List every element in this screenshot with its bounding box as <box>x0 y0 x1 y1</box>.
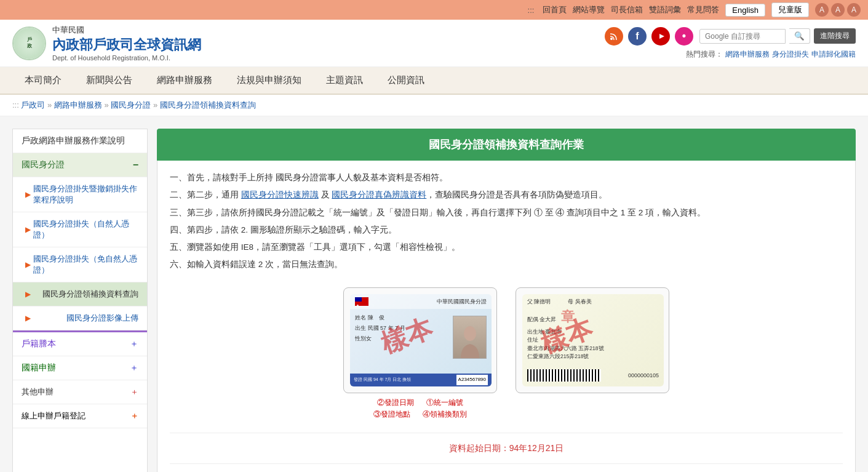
logo-area: 戶政 中華民國 內政部戶政司全球資訊網 Dept. of Household R… <box>12 25 201 62</box>
breadcrumb-item-3[interactable]: 國民身分證 <box>111 100 151 110</box>
back-father: 父 陳德明 <box>527 298 551 306</box>
instruction-2: 二、第二步，通用 國民身分證快速辨識 及 國民身分證真偽辨識資料，查驗國民身分證… <box>170 188 843 202</box>
rss-icon[interactable] <box>605 27 623 46</box>
id-card-front: 中華民國國民身分證 樣本 <box>343 287 497 393</box>
card-bottom-bar: 發證 民國 94 年 7月 日北 換領 A234567890 <box>350 374 492 386</box>
label-issue-place: ③發證地點 <box>373 409 410 420</box>
search-button[interactable]: 🔍 <box>789 28 810 44</box>
youtube-icon[interactable] <box>651 27 670 46</box>
expand-registration-icon: ＋ <box>130 410 138 422</box>
hot-search: 熱門搜尋： 網路申辦服務 身分證掛失 申請歸化國籍 <box>686 49 856 60</box>
logo-icon: 戶政 <box>12 26 46 60</box>
font-size-large-button[interactable]: A <box>815 3 829 17</box>
logo-small-title: 中華民國 <box>52 25 201 36</box>
card-front-labels: ②發證日期 ①統一編號 ③發證地點 ④領補換類別 <box>373 397 467 420</box>
sidebar-sub-lost-natural[interactable]: ▶ 國民身分證掛失（自然人憑證） <box>13 212 147 247</box>
card-front-visual: 中華民國國民身分證 樣本 <box>350 294 492 386</box>
breadcrumb: ::: 戶政司 » 網路申辦服務 » 國民身分證 » 國民身分證領補換資料查詢 <box>0 95 868 116</box>
flickr-icon[interactable]: • <box>675 27 693 46</box>
arrow-icon: ▶ <box>25 190 31 199</box>
id-card-back: 樣本 父 陳德明 母 吳春美 配偶 金大昇 章 出生地 <box>516 287 669 393</box>
sidebar-sub-upload[interactable]: ▶ 國民身分證影像上傳 <box>13 306 147 330</box>
collapse-icon: − <box>133 159 138 170</box>
breadcrumb-item-4[interactable]: 國民身分證領補換資料查詢 <box>160 100 256 110</box>
instruction-3: 三、第三步，請依所持國民身分證記載之「統一編號」及「發證日期」輸入後，再自行選擇… <box>170 206 843 220</box>
nav-item-topics[interactable]: 主題資訊 <box>314 67 375 94</box>
font-size-medium-button[interactable]: A <box>831 3 845 17</box>
hot-link-3[interactable]: 申請歸化國籍 <box>811 49 856 60</box>
sidebar-item-online-registration[interactable]: 線上申辦戶籍登記 ＋ <box>13 404 147 428</box>
sidebar-sub-lost-free[interactable]: ▶ 國民身分證掛失（免自然人憑證） <box>13 247 147 282</box>
arrow-icon-4: ▶ <box>25 290 31 298</box>
expand-nationality-icon: ＋ <box>130 362 138 374</box>
breadcrumb-item-2[interactable]: 網路申辦服務 <box>54 100 102 110</box>
nav-item-open-data[interactable]: 公開資訊 <box>375 67 437 94</box>
search-area: 🔍 進階搜尋 <box>699 28 856 44</box>
hot-link-2[interactable]: 身分證掛失 <box>772 49 809 60</box>
svg-point-0 <box>610 38 613 40</box>
nav-item-regulations[interactable]: 法規與申辦須知 <box>225 67 314 94</box>
top-link-bilingual[interactable]: 雙語詞彙 <box>649 4 681 15</box>
arrow-icon-5: ▶ <box>25 314 31 322</box>
breadcrumb-sep-3: » <box>153 100 160 110</box>
top-link-sitemap[interactable]: 網站導覽 <box>573 4 605 15</box>
font-size-buttons: A A A <box>815 3 861 17</box>
back-barcode <box>527 369 601 382</box>
breadcrumb-separator: ::: <box>12 100 21 110</box>
sidebar: 戶政網路申辦服務作業說明 國民身分證 − ▶ 國民身分證掛失暨撤銷掛失作業程序說… <box>12 129 148 472</box>
arrow-icon-2: ▶ <box>25 225 31 234</box>
english-button[interactable]: English <box>725 4 765 17</box>
back-mother: 母 吳春美 <box>568 298 591 306</box>
header: 戶政 中華民國 內政部戶政司全球資訊網 Dept. of Household R… <box>0 20 868 67</box>
sidebar-item-service-guide[interactable]: 戶政網路申辦服務作業說明 <box>13 129 147 153</box>
hot-link-1[interactable]: 網路申辦服務 <box>725 49 770 60</box>
svg-marker-1 <box>659 34 664 39</box>
nav-item-news[interactable]: 新聞與公告 <box>74 67 145 94</box>
back-barcode-area: 0000000105 <box>527 369 659 382</box>
advanced-search-button[interactable]: 進階搜尋 <box>814 28 856 44</box>
expand-other-icon: ＋ <box>130 386 138 398</box>
breadcrumb-sep-1: » <box>47 100 54 110</box>
instruction-6: 六、如輸入資料錯誤達 2 次，當日無法查詢。 <box>170 257 843 272</box>
nav-item-online-service[interactable]: 網路申辦服務 <box>145 67 225 94</box>
sidebar-sub-query[interactable]: ▶ 國民身分證領補換資料查詢 <box>13 282 147 306</box>
id-card-back-wrapper: 樣本 父 陳德明 母 吳春美 配偶 金大昇 章 出生地 <box>516 287 669 420</box>
sidebar-item-id-card[interactable]: 國民身分證 − <box>13 153 147 177</box>
sidebar-item-nationality[interactable]: 國籍申辦 ＋ <box>13 356 147 380</box>
page-title: 國民身分證領補換資料查詢作業 <box>157 129 856 161</box>
id-card-front-wrapper: 中華民國國民身分證 樣本 <box>343 287 497 420</box>
instruction-5: 五、瀏覽器如使用 IE8，請至瀏覽器「工具」選項下，勾選「相容性檢視」。 <box>170 240 843 255</box>
card-label-row-1: ②發證日期 ①統一編號 <box>377 397 463 409</box>
card-issue-info: 發證 民國 94 年 7月 日北 換領 <box>354 376 411 384</box>
font-size-small-button[interactable]: A <box>847 3 861 17</box>
card-label-row-2: ③發證地點 ④領補換類別 <box>373 409 467 420</box>
top-link-faq[interactable]: 常見問答 <box>687 4 719 15</box>
card-images: 中華民國國民身分證 樣本 <box>170 275 843 433</box>
link-quick-id[interactable]: 國民身分證快速辨識 <box>241 190 319 199</box>
content-area: 國民身分證領補換資料查詢作業 一、首先，請核對手上所持 國民身分證當事人人貌及基… <box>157 129 856 472</box>
logo-icon-inner: 戶政 <box>14 28 45 59</box>
breadcrumb-item-1[interactable]: 戶政司 <box>21 100 45 110</box>
search-input[interactable] <box>699 29 786 44</box>
link-verify-id[interactable]: 國民身分證真偽辨識資料 <box>332 190 426 199</box>
facebook-icon[interactable]: f <box>628 27 647 46</box>
logo-zh-title: 內政部戶政司全球資訊網 <box>52 36 201 54</box>
svg-marker-2 <box>356 304 359 307</box>
sidebar-item-other[interactable]: 其他申辦 ＋ <box>13 380 147 404</box>
card-title: 中華民國國民身分證 <box>437 297 487 306</box>
top-bar: ::: 回首頁 網站導覽 司長信箱 雙語詞彙 常見問答 English 兒童版 … <box>0 0 868 20</box>
section-1-title: 1 選擇申請類別 <box>170 463 843 472</box>
top-link-mailbox[interactable]: 司長信箱 <box>611 4 643 15</box>
nav-bar: 本司簡介 新聞與公告 網路申辦服務 法規與申辦須知 主題資訊 公開資訊 <box>0 67 868 95</box>
instruction-4: 四、第四步，請依 2. 圖形驗證所顯示之驗證碼，輸入字元。 <box>170 223 843 238</box>
nav-item-about[interactable]: 本司簡介 <box>12 67 74 94</box>
card-id-number: A234567890 <box>456 375 488 385</box>
card-photo-inner <box>453 316 486 358</box>
top-link-home[interactable]: 回首頁 <box>543 4 567 15</box>
back-card-number: 0000000105 <box>628 370 659 380</box>
child-version-button[interactable]: 兒童版 <box>771 2 809 17</box>
logo-text: 中華民國 內政部戶政司全球資訊網 Dept. of Household Regi… <box>52 25 201 62</box>
arrow-icon-3: ▶ <box>25 260 31 269</box>
sidebar-item-household[interactable]: 戶籍謄本 ＋ <box>13 330 147 356</box>
sidebar-sub-lost-procedure[interactable]: ▶ 國民身分證掛失暨撤銷掛失作業程序說明 <box>13 177 147 212</box>
